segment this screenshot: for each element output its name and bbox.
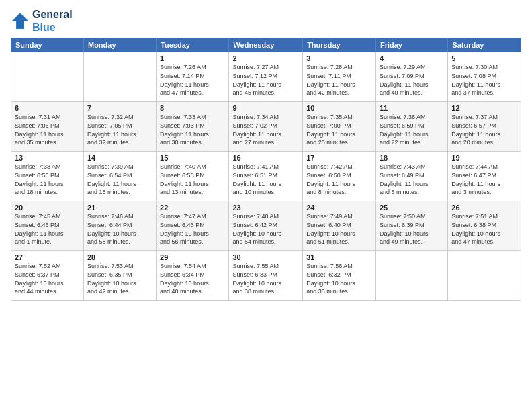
calendar-cell: 29Sunrise: 7:54 AM Sunset: 6:34 PM Dayli… [157,251,229,301]
calendar-cell: 8Sunrise: 7:33 AM Sunset: 7:03 PM Daylig… [157,102,229,152]
day-number: 3 [306,54,372,62]
calendar-cell: 22Sunrise: 7:47 AM Sunset: 6:43 PM Dayli… [157,201,229,251]
day-info: Sunrise: 7:39 AM Sunset: 6:54 PM Dayligh… [87,163,152,196]
day-info: Sunrise: 7:46 AM Sunset: 6:44 PM Dayligh… [87,212,152,246]
day-info: Sunrise: 7:44 AM Sunset: 6:47 PM Dayligh… [451,163,517,196]
calendar-cell: 18Sunrise: 7:43 AM Sunset: 6:49 PM Dayli… [375,152,447,201]
day-info: Sunrise: 7:38 AM Sunset: 6:56 PM Dayligh… [15,163,80,196]
day-number: 31 [306,253,372,261]
weekday-saturday: Saturday [448,38,521,52]
day-number: 5 [451,54,517,62]
weekday-tuesday: Tuesday [157,38,229,52]
day-info: Sunrise: 7:35 AM Sunset: 7:00 PM Dayligh… [306,113,372,146]
day-info: Sunrise: 7:51 AM Sunset: 6:38 PM Dayligh… [451,212,517,246]
calendar-cell: 5Sunrise: 7:30 AM Sunset: 7:08 PM Daylig… [448,52,521,102]
calendar-cell: 11Sunrise: 7:36 AM Sunset: 6:59 PM Dayli… [375,102,447,152]
calendar-cell: 25Sunrise: 7:50 AM Sunset: 6:39 PM Dayli… [375,201,447,251]
day-info: Sunrise: 7:49 AM Sunset: 6:40 PM Dayligh… [306,212,372,246]
calendar-cell: 31Sunrise: 7:56 AM Sunset: 6:32 PM Dayli… [303,251,376,301]
calendar-cell: 24Sunrise: 7:49 AM Sunset: 6:40 PM Dayli… [303,201,376,251]
day-number: 27 [15,253,80,261]
day-number: 26 [451,203,517,212]
weekday-monday: Monday [83,38,156,52]
day-number: 2 [232,54,299,62]
day-info: Sunrise: 7:47 AM Sunset: 6:43 PM Dayligh… [160,212,225,246]
week-row-2: 6Sunrise: 7:31 AM Sunset: 7:06 PM Daylig… [11,102,521,152]
calendar-cell: 3Sunrise: 7:28 AM Sunset: 7:11 PM Daylig… [303,52,376,102]
week-row-1: 1Sunrise: 7:26 AM Sunset: 7:14 PM Daylig… [11,52,521,102]
day-number: 21 [87,203,152,212]
day-number: 8 [160,104,225,112]
weekday-wednesday: Wednesday [229,38,303,52]
week-row-4: 20Sunrise: 7:45 AM Sunset: 6:46 PM Dayli… [11,201,521,251]
calendar-cell: 6Sunrise: 7:31 AM Sunset: 7:06 PM Daylig… [11,102,84,152]
day-number: 9 [232,104,299,112]
calendar-cell: 10Sunrise: 7:35 AM Sunset: 7:00 PM Dayli… [303,102,376,152]
day-number: 28 [87,253,152,261]
page: General Blue SundayMondayTuesdayWednesda… [0,0,532,306]
day-number: 29 [160,253,225,261]
day-info: Sunrise: 7:54 AM Sunset: 6:34 PM Dayligh… [160,262,225,295]
day-info: Sunrise: 7:31 AM Sunset: 7:06 PM Dayligh… [15,113,80,146]
week-row-3: 13Sunrise: 7:38 AM Sunset: 6:56 PM Dayli… [11,152,521,201]
svg-marker-1 [13,14,27,28]
calendar-cell: 4Sunrise: 7:29 AM Sunset: 7:09 PM Daylig… [375,52,447,102]
logo: General Blue [11,8,73,34]
day-info: Sunrise: 7:43 AM Sunset: 6:49 PM Dayligh… [380,163,444,196]
day-info: Sunrise: 7:36 AM Sunset: 6:59 PM Dayligh… [380,113,444,146]
day-info: Sunrise: 7:56 AM Sunset: 6:32 PM Dayligh… [306,262,372,295]
day-number: 6 [15,104,80,112]
calendar-cell [83,52,156,102]
calendar-cell: 27Sunrise: 7:52 AM Sunset: 6:37 PM Dayli… [11,251,84,301]
calendar-cell: 19Sunrise: 7:44 AM Sunset: 6:47 PM Dayli… [448,152,521,201]
calendar-cell: 23Sunrise: 7:48 AM Sunset: 6:42 PM Dayli… [229,201,303,251]
day-info: Sunrise: 7:53 AM Sunset: 6:35 PM Dayligh… [87,262,152,295]
day-number: 13 [15,154,80,162]
weekday-friday: Friday [375,38,447,52]
day-number: 19 [451,154,517,162]
day-number: 30 [232,253,299,261]
day-info: Sunrise: 7:32 AM Sunset: 7:05 PM Dayligh… [87,113,152,146]
day-number: 22 [160,203,225,212]
day-info: Sunrise: 7:30 AM Sunset: 7:08 PM Dayligh… [451,63,517,97]
header: General Blue [11,8,521,34]
calendar-cell: 13Sunrise: 7:38 AM Sunset: 6:56 PM Dayli… [11,152,84,201]
logo-text: General Blue [32,8,73,34]
calendar-table: SundayMondayTuesdayWednesdayThursdayFrid… [11,38,521,301]
day-info: Sunrise: 7:40 AM Sunset: 6:53 PM Dayligh… [160,163,225,196]
calendar-cell: 9Sunrise: 7:34 AM Sunset: 7:02 PM Daylig… [229,102,303,152]
calendar-cell: 16Sunrise: 7:41 AM Sunset: 6:51 PM Dayli… [229,152,303,201]
day-info: Sunrise: 7:45 AM Sunset: 6:46 PM Dayligh… [15,212,80,246]
day-number: 15 [160,154,225,162]
day-info: Sunrise: 7:50 AM Sunset: 6:39 PM Dayligh… [380,212,444,246]
day-info: Sunrise: 7:42 AM Sunset: 6:50 PM Dayligh… [306,163,372,196]
calendar-cell: 7Sunrise: 7:32 AM Sunset: 7:05 PM Daylig… [83,102,156,152]
calendar-cell [11,52,84,102]
calendar-cell: 15Sunrise: 7:40 AM Sunset: 6:53 PM Dayli… [157,152,229,201]
day-info: Sunrise: 7:48 AM Sunset: 6:42 PM Dayligh… [232,212,299,246]
day-info: Sunrise: 7:29 AM Sunset: 7:09 PM Dayligh… [380,63,444,97]
day-number: 16 [232,154,299,162]
day-number: 11 [380,104,444,112]
day-number: 1 [160,54,225,62]
calendar-cell: 1Sunrise: 7:26 AM Sunset: 7:14 PM Daylig… [157,52,229,102]
day-info: Sunrise: 7:26 AM Sunset: 7:14 PM Dayligh… [160,63,225,97]
calendar-cell [448,251,521,301]
weekday-sunday: Sunday [11,38,84,52]
day-number: 7 [87,104,152,112]
calendar-cell [375,251,447,301]
day-info: Sunrise: 7:33 AM Sunset: 7:03 PM Dayligh… [160,113,225,146]
day-number: 4 [380,54,444,62]
day-info: Sunrise: 7:37 AM Sunset: 6:57 PM Dayligh… [451,113,517,146]
day-info: Sunrise: 7:34 AM Sunset: 7:02 PM Dayligh… [232,113,299,146]
day-number: 18 [380,154,444,162]
day-info: Sunrise: 7:28 AM Sunset: 7:11 PM Dayligh… [306,63,372,97]
calendar-cell: 12Sunrise: 7:37 AM Sunset: 6:57 PM Dayli… [448,102,521,152]
calendar-cell: 17Sunrise: 7:42 AM Sunset: 6:50 PM Dayli… [303,152,376,201]
day-number: 17 [306,154,372,162]
day-number: 14 [87,154,152,162]
day-number: 25 [380,203,444,212]
day-number: 10 [306,104,372,112]
day-info: Sunrise: 7:52 AM Sunset: 6:37 PM Dayligh… [15,262,80,295]
day-number: 24 [306,203,372,212]
